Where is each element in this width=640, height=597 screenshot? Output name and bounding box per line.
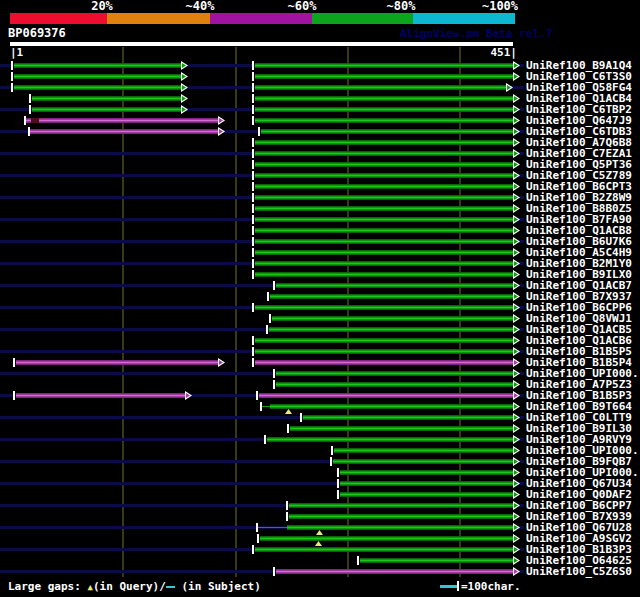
alignment-bar[interactable] [303, 415, 513, 420]
alignment-bar[interactable] [289, 514, 513, 519]
hsp-arrowhead[interactable] [513, 523, 520, 532]
hsp-arrowhead[interactable] [185, 391, 192, 400]
hsp-arrowhead[interactable] [513, 446, 520, 455]
alignment-bar[interactable] [261, 129, 513, 134]
hsp-arrowhead[interactable] [181, 61, 188, 70]
hsp-arrowhead[interactable] [513, 160, 520, 169]
alignment-bar[interactable] [255, 349, 513, 354]
hsp-arrowhead[interactable] [513, 402, 520, 411]
alignment-bar[interactable] [14, 74, 181, 79]
alignment-bar[interactable] [255, 272, 513, 277]
hsp-arrowhead[interactable] [513, 182, 520, 191]
hsp-arrowhead[interactable] [513, 292, 520, 301]
hsp-arrowhead[interactable] [513, 237, 520, 246]
hsp-arrowhead[interactable] [513, 358, 520, 367]
hsp-arrowhead[interactable] [513, 391, 520, 400]
hsp-arrowhead[interactable] [513, 369, 520, 378]
alignment-bar[interactable] [39, 118, 218, 123]
alignment-bar[interactable] [340, 470, 513, 475]
hsp-arrowhead[interactable] [181, 105, 188, 114]
alignment-bar[interactable] [14, 63, 181, 68]
alignment-bar[interactable] [272, 316, 513, 321]
alignment-bar[interactable] [255, 184, 513, 189]
hsp-arrowhead[interactable] [513, 545, 520, 554]
hsp-arrowhead[interactable] [513, 479, 520, 488]
alignment-bar[interactable] [255, 228, 513, 233]
hsp-arrowhead[interactable] [513, 534, 520, 543]
hsp-arrowhead[interactable] [513, 303, 520, 312]
alignment-bar[interactable] [255, 173, 513, 178]
hsp-arrowhead[interactable] [513, 512, 520, 521]
hsp-arrowhead[interactable] [513, 468, 520, 477]
alignment-bar[interactable] [259, 393, 513, 398]
hsp-arrowhead[interactable] [513, 347, 520, 356]
alignment-bar[interactable] [32, 96, 181, 101]
hsp-arrowhead[interactable] [513, 204, 520, 213]
alignment-bar[interactable] [340, 481, 513, 486]
hsp-arrowhead[interactable] [513, 138, 520, 147]
alignment-bar[interactable] [360, 558, 513, 563]
hsp-arrowhead[interactable] [181, 83, 188, 92]
hsp-arrowhead[interactable] [513, 501, 520, 510]
hsp-arrowhead[interactable] [513, 336, 520, 345]
alignment-bar[interactable] [32, 107, 181, 112]
alignment-bar[interactable] [269, 327, 513, 332]
hsp-arrowhead[interactable] [513, 270, 520, 279]
alignment-bar[interactable] [276, 569, 513, 574]
hsp-arrowhead[interactable] [513, 215, 520, 224]
alignment-bar[interactable] [270, 404, 513, 409]
hsp-arrowhead[interactable] [513, 149, 520, 158]
hsp-arrowhead[interactable] [513, 413, 520, 422]
alignment-bar[interactable] [260, 536, 513, 541]
hsp-arrowhead[interactable] [513, 380, 520, 389]
alignment-bar[interactable] [333, 459, 513, 464]
hsp-arrowhead[interactable] [218, 358, 225, 367]
hsp-arrowhead[interactable] [513, 314, 520, 323]
alignment-bar[interactable] [255, 217, 513, 222]
alignment-bar[interactable] [255, 96, 513, 101]
alignment-bar[interactable] [289, 503, 513, 508]
alignment-bar[interactable] [30, 129, 218, 134]
hsp-arrowhead[interactable] [513, 61, 520, 70]
hsp-arrowhead[interactable] [506, 83, 513, 92]
alignment-bar[interactable] [255, 140, 513, 145]
alignment-bar[interactable] [270, 294, 513, 299]
alignment-bar[interactable] [255, 305, 513, 310]
subject-label[interactable]: UniRef100_C5Z6S0 [526, 566, 632, 577]
alignment-bar[interactable] [255, 338, 513, 343]
hsp-arrowhead[interactable] [513, 325, 520, 334]
alignment-bar[interactable] [255, 74, 513, 79]
alignment-bar[interactable] [255, 118, 513, 123]
alignment-bar[interactable] [340, 492, 513, 497]
alignment-bar[interactable] [255, 250, 513, 255]
alignment-bar[interactable] [287, 525, 513, 530]
alignment-bar[interactable] [276, 371, 513, 376]
hsp-arrowhead[interactable] [513, 259, 520, 268]
hsp-arrowhead[interactable] [513, 281, 520, 290]
alignment-bar[interactable] [255, 261, 513, 266]
alignment-bar[interactable] [255, 162, 513, 167]
alignment-bar[interactable] [276, 283, 513, 288]
alignment-bar[interactable] [31, 118, 39, 123]
hsp-arrowhead[interactable] [181, 72, 188, 81]
alignment-bar[interactable] [255, 107, 513, 112]
alignment-bar[interactable] [255, 239, 513, 244]
alignment-bar[interactable] [255, 63, 513, 68]
hsp-arrowhead[interactable] [181, 94, 188, 103]
hsp-arrowhead[interactable] [218, 116, 225, 125]
hsp-arrowhead[interactable] [513, 424, 520, 433]
alignment-bar[interactable] [290, 426, 513, 431]
alignment-bar[interactable] [255, 360, 513, 365]
alignment-bar[interactable] [255, 151, 513, 156]
hsp-arrowhead[interactable] [513, 457, 520, 466]
hsp-arrowhead[interactable] [513, 490, 520, 499]
hsp-arrowhead[interactable] [513, 116, 520, 125]
alignment-bar[interactable] [255, 547, 513, 552]
alignment-bar[interactable] [334, 448, 513, 453]
alignment-bar[interactable] [267, 437, 513, 442]
hsp-arrowhead[interactable] [513, 248, 520, 257]
hsp-arrowhead[interactable] [513, 127, 520, 136]
alignment-bar[interactable] [255, 195, 513, 200]
hsp-arrowhead[interactable] [513, 435, 520, 444]
hsp-arrowhead[interactable] [513, 567, 520, 576]
